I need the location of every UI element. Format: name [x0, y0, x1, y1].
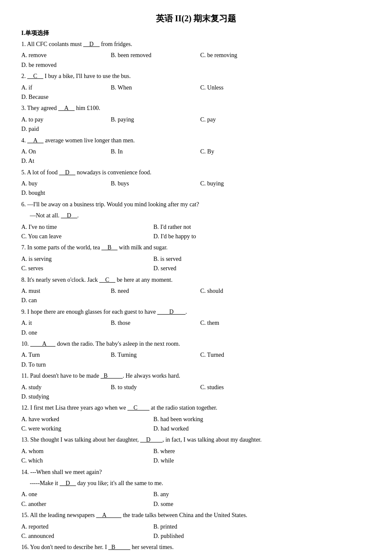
- option-9-d: D. one: [21, 328, 107, 338]
- option-7-c: C. serves: [21, 264, 149, 273]
- option-2-c: C. Unless: [200, 83, 285, 92]
- option-3-d: D. paid: [21, 124, 107, 134]
- option-13-c: C. which: [21, 456, 149, 465]
- option-13-d: D. while: [153, 456, 281, 465]
- question-6-subtext: —Not at all. __D__.: [21, 211, 371, 220]
- option-7-d: D. served: [153, 264, 281, 273]
- option-1-d: D. be removed: [21, 61, 107, 70]
- option-8-a: A. must: [21, 286, 107, 296]
- option-15-a: A. reported: [21, 522, 149, 532]
- option-2-d: D. Because: [21, 92, 107, 102]
- option-8-b: B. need: [111, 286, 196, 296]
- option-2-a: A. if: [21, 83, 107, 92]
- option-9-a: A. it: [21, 318, 107, 328]
- option-8-c: C. should: [200, 286, 285, 296]
- option-10-d: D. To turn: [21, 360, 107, 370]
- question-13: 13. She thought I was talking about her …: [21, 435, 371, 445]
- option-14-a: A. one: [21, 490, 149, 499]
- question-10-options: A. TurnB. TurningC. TurnedD. To turn: [21, 350, 371, 370]
- option-11-a: A. study: [21, 383, 107, 392]
- option-5-b: B. buys: [111, 179, 196, 188]
- question-16: 16. You don't need to describe her. I _B…: [21, 543, 371, 552]
- option-14-b: B. any: [153, 490, 281, 499]
- page-title: 英语 II(2) 期末复习题: [21, 13, 371, 24]
- option-1-c: C. be removing: [200, 51, 285, 60]
- option-4-b: B. In: [111, 147, 196, 156]
- option-5-a: A. buy: [21, 179, 107, 188]
- option-3-b: B. paying: [111, 115, 196, 124]
- option-5-c: C. buying: [200, 179, 285, 188]
- question-1-options: A. removeB. been removedC. be removingD.…: [21, 51, 371, 70]
- question-15-options: A. reportedB. printedC. announcedD. publ…: [21, 522, 371, 541]
- question-14-subtext: -----Make it __D__ day you like; it's al…: [21, 479, 371, 488]
- option-11-b: B. to study: [111, 383, 196, 392]
- option-3-a: A. to pay: [21, 115, 107, 124]
- question-7-options: A. is servingB. is servedC. servesD. ser…: [21, 254, 371, 274]
- option-9-b: B. those: [111, 318, 196, 328]
- option-6-c: C. You can leave: [21, 232, 149, 241]
- option-12-a: A. have worked: [21, 415, 149, 424]
- option-14-d: D. some: [153, 500, 281, 509]
- question-8-options: A. mustB. needC. shouldD. can: [21, 286, 371, 306]
- option-9-c: C. them: [200, 318, 285, 328]
- option-6-a: A. I've no time: [21, 223, 149, 232]
- option-10-c: C. Turned: [200, 350, 285, 360]
- option-12-c: C. were working: [21, 424, 149, 434]
- question-4-options: A. OnB. InC. ByD. At: [21, 147, 371, 166]
- option-10-a: A. Turn: [21, 350, 107, 360]
- question-4: 4. __A__ average women live longer than …: [21, 136, 371, 145]
- question-13-options: A. whomB. whereC. whichD. while: [21, 447, 371, 466]
- option-15-c: C. announced: [21, 532, 149, 541]
- option-8-d: D. can: [21, 296, 107, 305]
- option-5-d: D. bought: [21, 188, 107, 198]
- option-6-d: D. I'd be happy to: [153, 232, 281, 241]
- option-6-b: B. I'd rather not: [153, 223, 281, 232]
- option-2-b: B. When: [111, 83, 196, 92]
- question-12: 12. I first met Lisa three years ago whe…: [21, 403, 371, 413]
- option-12-d: D. had worked: [153, 424, 281, 434]
- option-3-c: C. pay: [200, 115, 285, 124]
- option-13-b: B. where: [153, 447, 281, 456]
- question-6-options: A. I've no timeB. I'd rather notC. You c…: [21, 223, 371, 242]
- question-11-options: A. studyB. to studyC. studiesD. studying: [21, 383, 371, 402]
- option-15-d: D. published: [153, 532, 281, 541]
- question-2: 2. __C__ I buy a bike, I'll have to use …: [21, 72, 371, 81]
- question-3: 3. They agreed __A__ him £100.: [21, 104, 371, 113]
- option-12-b: B. had been working: [153, 415, 281, 424]
- option-15-b: B. printed: [153, 522, 281, 532]
- option-11-d: D. studying: [21, 392, 107, 402]
- question-1: 1. All CFC coolants must __D__ from frid…: [21, 40, 371, 49]
- option-14-c: C. another: [21, 500, 149, 509]
- question-8: 8. It's nearly seven o'clock. Jack __C__…: [21, 275, 371, 285]
- option-1-a: A. remove: [21, 51, 107, 60]
- question-12-options: A. have workedB. had been workingC. were…: [21, 415, 371, 434]
- question-9: 9. I hope there are enough glasses for e…: [21, 307, 371, 317]
- question-5: 5. A lot of food __D__ nowadays is conve…: [21, 168, 371, 177]
- question-7: 7. In some parts of the world, tea __B__…: [21, 243, 371, 252]
- question-2-options: A. ifB. WhenC. UnlessD. Because: [21, 83, 371, 102]
- option-7-b: B. is served: [153, 254, 281, 264]
- option-13-a: A. whom: [21, 447, 149, 456]
- option-1-b: B. been removed: [111, 51, 196, 60]
- section-title: I.单项选择: [21, 29, 371, 37]
- question-6: 6. —I'll be away on a business trip. Wou…: [21, 200, 371, 209]
- question-11: 11. Paul doesn't have to be made _B_____…: [21, 371, 371, 381]
- question-10: 10. ____A___ down the radio. The baby's …: [21, 339, 371, 349]
- option-4-a: A. On: [21, 147, 107, 156]
- question-3-options: A. to payB. payingC. payD. paid: [21, 115, 371, 134]
- option-4-c: C. By: [200, 147, 285, 156]
- option-11-c: C. studies: [200, 383, 285, 392]
- question-14-options: A. oneB. anyC. anotherD. some: [21, 490, 371, 509]
- question-9-options: A. itB. thoseC. themD. one: [21, 318, 371, 338]
- question-15: 15. All the leading newspapers __A_____ …: [21, 511, 371, 520]
- option-4-d: D. At: [21, 156, 107, 166]
- option-10-b: B. Turning: [111, 350, 196, 360]
- question-5-options: A. buyB. buysC. buyingD. bought: [21, 179, 371, 198]
- option-7-a: A. is serving: [21, 254, 149, 264]
- question-14: 14. ---When shall we meet again?: [21, 468, 371, 477]
